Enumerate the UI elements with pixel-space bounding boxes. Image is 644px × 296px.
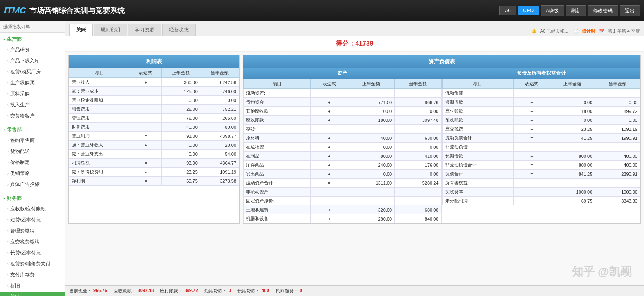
sidebar-item-long-loan[interactable]: 长贷/还本付息 (0, 247, 65, 258)
sidebar-item-product-storage[interactable]: 产品下线入库 (0, 55, 65, 66)
table-cell: 0.00 (161, 96, 200, 105)
table-row: 销售费用-26.00752.21 (69, 105, 239, 114)
table-cell: + (310, 107, 348, 116)
table-cell: 410.00 (395, 152, 441, 161)
table-cell: 其他应收款 (244, 107, 311, 116)
table-cell: 加：营业外收入 (69, 141, 130, 150)
table-cell: 400.00 (595, 161, 640, 170)
table-row: 营业利润=93.004398.77 (69, 132, 239, 141)
tab-operations[interactable]: 经营状态 (162, 24, 196, 36)
table-cell: + (130, 78, 162, 87)
btn-logout[interactable]: 退出 (620, 5, 640, 16)
sidebar-item-inventory-fee[interactable]: 支付库存费 (0, 269, 65, 281)
table-cell: + (514, 197, 550, 205)
table-cell: 771.00 (348, 98, 394, 107)
table-row: 减：营业成本-125.00746.00 (69, 87, 239, 96)
btn-ceo[interactable]: CEO (518, 6, 539, 15)
table-cell: 125.00 (161, 87, 200, 96)
table-row: 管理费用-76.00265.60 (69, 114, 239, 123)
table-cell (310, 188, 348, 197)
cash-label: 当前现金： (69, 288, 92, 294)
col-prev-year: 上年金额 (161, 68, 200, 78)
tab-learning[interactable]: 学习资源 (128, 24, 161, 36)
table-row: 营业税金及附加-0.000.00 (69, 96, 239, 105)
table-cell: 23.25 (550, 125, 595, 134)
tables-row: 利润表 项目 表达式 上年金额 当年金额 营业收入+360.006242.58减… (68, 55, 641, 224)
sidebar-item-delivery[interactable]: 交货给客户 (0, 110, 65, 121)
sidebar-item-pricing[interactable]: 价格制定 (0, 157, 65, 168)
table-row: 固定资产原价: (244, 197, 442, 205)
table-cell: 净利润 (69, 177, 130, 186)
ar-value: 3097.48 (138, 288, 154, 294)
table-cell: + (310, 152, 348, 161)
table-cell: = (514, 170, 550, 179)
col-expr: 表达式 (130, 68, 162, 78)
sidebar-group-retail: 零售部 签约零售商 货物配送 价格制定 促销策略 媒体广告投标 (0, 123, 65, 192)
table-cell: 41.25 (550, 134, 595, 143)
table-cell (395, 89, 441, 98)
table-cell: 应交税费 (442, 125, 514, 134)
table-cell: 非流动资产: (244, 188, 311, 197)
lib-col-prev: 上年金额 (550, 79, 595, 89)
sidebar-item-ar-ap[interactable]: 应收款/应付账款 (0, 203, 65, 214)
sidebar-item-put-production[interactable]: 投入生产 (0, 99, 65, 110)
table-cell: 0.00 (348, 143, 394, 152)
ar-label: 应收账款： (114, 288, 136, 294)
sidebar-item-production-line[interactable]: 生产线购买 (0, 77, 65, 88)
table-cell: 减：营业成本 (69, 87, 130, 96)
table-cell (514, 179, 550, 188)
ap-label: 应付账款： (160, 288, 182, 294)
lib-col-curr: 当年金额 (595, 79, 640, 89)
table-cell (550, 143, 595, 152)
main-layout: 选择批发订单 生产部 产品研发 产品下线入库 租赁/购买厂房 生产线购买 原料采… (0, 21, 644, 296)
tab-close-account[interactable]: 关账 (69, 24, 93, 36)
liabilities-title: 负债及所有者权益合计 (442, 68, 641, 79)
table-row: 财务费用-40.0080.00 (69, 123, 239, 132)
sidebar-item-short-loan[interactable]: 短贷/还本付息 (0, 214, 65, 225)
score-label: 得分：41739 (336, 40, 374, 47)
table-cell (550, 179, 595, 188)
table-cell: 280.00 (348, 214, 394, 223)
btn-change-pwd[interactable]: 修改密码 (588, 5, 618, 16)
sidebar-item-close-account[interactable]: 关账 (0, 292, 65, 296)
table-cell: 0.00 (395, 170, 441, 179)
table-cell: 630.00 (395, 134, 441, 143)
table-cell: 240.00 (348, 161, 394, 170)
btn-a6[interactable]: A6 (499, 6, 516, 15)
balance-sheet: 资产负债表 资产 项目 表达式 上年金额 (243, 55, 641, 224)
assets-title: 资产 (243, 68, 442, 79)
table-row: 流动资产: (244, 89, 442, 98)
table-row: 流动资产合计=1311.005280.24 (244, 179, 442, 188)
btn-class[interactable]: A班级 (541, 5, 564, 16)
tab-rules[interactable]: 规则说明 (94, 24, 127, 36)
sidebar-item-depreciation[interactable]: 折旧 (0, 281, 65, 292)
table-cell: 18.00 (550, 107, 595, 116)
sidebar-item-raw-material[interactable]: 原料采购 (0, 88, 65, 99)
sidebar-item-cargo[interactable]: 货物配送 (0, 146, 65, 157)
sidebar-item-sign-retailer[interactable]: 签约零售商 (0, 135, 65, 146)
table-cell (595, 179, 640, 188)
sidebar-item-product-rd[interactable]: 产品研发 (0, 44, 65, 55)
income-statement-title: 利润表 (69, 55, 239, 68)
table-cell: + (310, 98, 348, 107)
table-cell (348, 125, 394, 134)
sl-label: 短期贷款： (204, 288, 227, 294)
btn-refresh[interactable]: 刷新 (566, 5, 586, 16)
table-cell: + (310, 214, 348, 223)
sidebar-item-promo[interactable]: 促销策略 (0, 168, 65, 179)
table-cell: 23.25 (161, 168, 200, 177)
sidebar-select[interactable]: 选择批发订单 (0, 21, 65, 33)
sidebar-item-mgmt-fee[interactable]: 管理费缴纳 (0, 225, 65, 236)
sidebar-item-factory[interactable]: 租赁/购买厂房 (0, 66, 65, 77)
table-cell: 未分配利润 (442, 197, 514, 205)
table-row: 减：所得税费用-23.251091.19 (69, 168, 239, 177)
bottom-ar: 应收账款： 3097.48 (114, 288, 154, 294)
sidebar-item-tax[interactable]: 应交税费缴纳 (0, 236, 65, 247)
table-cell: 0.00 (348, 170, 394, 179)
sidebar-item-ad[interactable]: 媒体广告投标 (0, 179, 65, 190)
table-cell (310, 125, 348, 134)
table-row: 库存商品+240.00176.00 (244, 161, 442, 170)
table-cell: 746.00 (200, 87, 239, 96)
sidebar-item-lease-fee[interactable]: 租赁费/维修费支付 (0, 258, 65, 269)
table-cell: 80.00 (348, 152, 394, 161)
